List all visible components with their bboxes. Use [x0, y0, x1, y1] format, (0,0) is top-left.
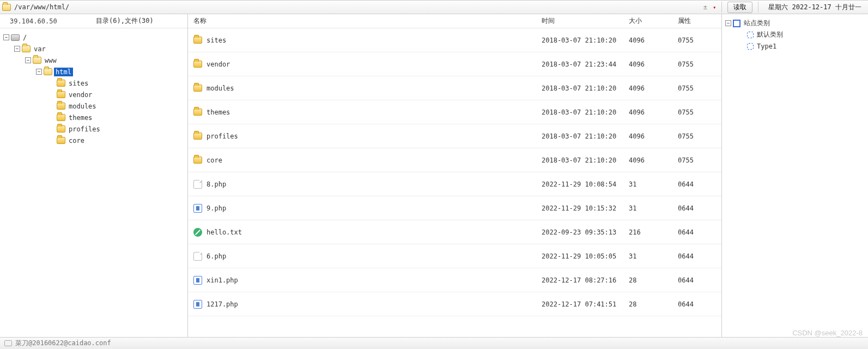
col-header-attr[interactable]: 属性 [678, 16, 721, 26]
file-name: sites [207, 37, 226, 44]
tree-node-var[interactable]: − var [2, 43, 185, 55]
status-icon [4, 340, 12, 346]
file-time: 2022-11-29 10:05:05 [542, 252, 629, 260]
tree-label: sites [67, 79, 90, 88]
file-row[interactable]: 1217.php2022-12-17 07:41:51280644 [188, 292, 721, 316]
watermark: CSDN @seek_2022-8 [792, 329, 863, 337]
tree-node-child[interactable]: core [2, 135, 185, 146]
file-time: 2022-12-17 08:27:16 [542, 276, 629, 284]
site-category-item[interactable]: 默认类别 [724, 29, 866, 40]
site-category-tree: − 站点类别 默认类别Type1 [722, 14, 868, 55]
status-text: 菜刀@20160622@caidao.conf [15, 339, 111, 348]
path-box[interactable]: /var/www/html/ [2, 3, 701, 11]
file-size: 4096 [629, 85, 678, 92]
category-label: Type1 [755, 42, 778, 51]
col-header-name[interactable]: 名称 [188, 16, 542, 26]
file-attr: 0755 [678, 37, 721, 44]
current-path: /var/www/html/ [14, 3, 69, 11]
file-row[interactable]: core2018-03-07 21:10:2040960755 [188, 148, 721, 172]
file-row[interactable]: vendor2018-03-07 21:23:4440960755 [188, 52, 721, 76]
divider [721, 2, 722, 13]
file-size: 4096 [629, 37, 678, 44]
file-name: themes [207, 109, 230, 116]
collapse-icon[interactable]: − [725, 20, 731, 26]
file-size: 216 [629, 228, 678, 236]
category-label: 默认类别 [755, 29, 785, 40]
tree-node-child[interactable]: vendor [2, 89, 185, 100]
tree-node-child[interactable]: themes [2, 112, 185, 123]
folder-icon [193, 133, 202, 140]
folder-icon [193, 157, 202, 164]
tree-label: / [21, 33, 28, 42]
right-panel: − 站点类别 默认类别Type1 [722, 14, 868, 337]
file-attr: 0644 [678, 300, 721, 308]
site-category-item[interactable]: Type1 [724, 40, 866, 52]
file-row[interactable]: profiles2018-03-07 21:10:2040960755 [188, 124, 721, 148]
file-row[interactable]: hello.txt2022-09-23 09:35:132160644 [188, 220, 721, 244]
file-name: 9.php [207, 204, 226, 212]
file-row[interactable]: sites2018-03-07 21:10:2040960755 [188, 28, 721, 52]
collapse-icon[interactable]: − [25, 57, 31, 63]
bookmark-icon[interactable]: ± [701, 3, 709, 11]
col-header-time[interactable]: 时间 [542, 16, 629, 26]
file-size: 28 [629, 300, 678, 308]
file-name: hello.txt [207, 228, 242, 236]
dir-file-counts: 目录(6),文件(30) [93, 16, 154, 26]
file-name: 8.php [207, 180, 226, 188]
file-blue-icon [193, 276, 202, 285]
file-attr: 0755 [678, 85, 721, 92]
folder-icon [57, 114, 65, 121]
file-row[interactable]: modules2018-03-07 21:10:2040960755 [188, 76, 721, 100]
folder-icon [193, 109, 202, 116]
dropdown-icon[interactable]: ▾ [713, 4, 716, 10]
file-time: 2018-03-07 21:10:20 [542, 85, 629, 92]
tree-node-child[interactable]: sites [2, 77, 185, 89]
file-list-panel: 名称 时间 大小 属性 sites2018-03-07 21:10:204096… [188, 14, 722, 337]
file-attr: 0644 [678, 252, 721, 260]
file-row[interactable]: 9.php2022-11-29 10:15:32310644 [188, 196, 721, 220]
file-name: profiles [207, 133, 238, 140]
file-row[interactable]: xin1.php2022-12-17 08:27:16280644 [188, 268, 721, 292]
left-header: 39.104.60.50 目录(6),文件(30) [0, 14, 187, 28]
file-size: 31 [629, 252, 678, 260]
tree-node-www[interactable]: − www [2, 55, 185, 66]
file-size: 4096 [629, 133, 678, 140]
file-size: 4096 [629, 157, 678, 164]
file-row[interactable]: themes2018-03-07 21:10:2040960755 [188, 100, 721, 124]
tree-node-child[interactable]: modules [2, 100, 185, 112]
file-attr: 0755 [678, 61, 721, 68]
file-row[interactable]: 8.php2022-11-29 10:08:54310644 [188, 172, 721, 196]
folder-icon [57, 103, 65, 110]
file-size: 28 [629, 276, 678, 284]
collapse-icon[interactable]: − [36, 69, 42, 75]
file-name: xin1.php [207, 276, 238, 284]
collapse-icon[interactable]: − [14, 46, 20, 52]
file-green-icon [193, 228, 202, 237]
tree-node-root[interactable]: − / [2, 32, 185, 43]
folder-open-icon [33, 57, 41, 64]
file-size: 31 [629, 204, 678, 212]
site-root[interactable]: − 站点类别 [724, 17, 866, 29]
file-attr: 0644 [678, 204, 721, 212]
collapse-icon[interactable]: − [3, 34, 9, 40]
file-attr: 0644 [678, 276, 721, 284]
folder-icon [57, 80, 65, 87]
tree-label: var [32, 45, 47, 53]
file-attr: 0755 [678, 133, 721, 140]
file-icon [193, 252, 202, 261]
tree-node-html[interactable]: − html [2, 66, 185, 77]
folder-icon [57, 91, 65, 98]
tree-node-child[interactable]: profiles [2, 123, 185, 135]
file-list: sites2018-03-07 21:10:2040960755vendor20… [188, 28, 721, 337]
read-button[interactable]: 读取 [727, 2, 752, 13]
col-header-size[interactable]: 大小 [629, 16, 678, 26]
category-icon [747, 43, 754, 50]
address-toolbar: /var/www/html/ ± ▾ 读取 星期六 2022-12-17 十月廿… [0, 0, 868, 14]
file-name: modules [207, 85, 234, 92]
folder-icon [193, 37, 202, 44]
folder-icon [57, 125, 65, 133]
folder-open-icon [2, 4, 11, 11]
file-time: 2018-03-07 21:10:20 [542, 109, 629, 116]
directory-tree: − / − var − www − html [0, 28, 187, 337]
file-row[interactable]: 6.php2022-11-29 10:05:05310644 [188, 244, 721, 268]
